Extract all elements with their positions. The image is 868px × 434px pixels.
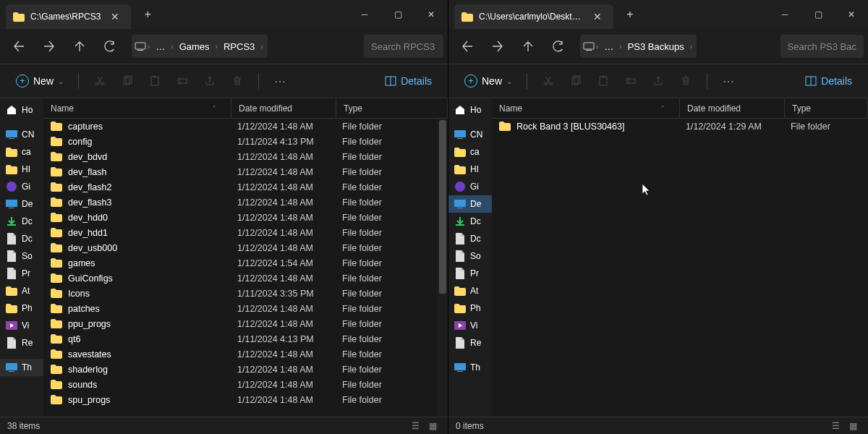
rename-button[interactable] (617, 68, 644, 94)
share-button[interactable] (196, 68, 224, 94)
column-header-type[interactable]: Type (785, 98, 868, 118)
sidebar-item[interactable]: Dc (0, 213, 43, 230)
breadcrumb-more[interactable]: … (600, 35, 618, 58)
file-row[interactable]: qt61/11/2024 4:13 PMFile folder (43, 331, 448, 346)
sidebar-item[interactable]: ca (448, 143, 492, 161)
sidebar-item[interactable]: So (0, 247, 43, 265)
file-row[interactable]: Icons1/11/2024 3:35 PMFile folder (43, 286, 448, 301)
paste-button[interactable] (590, 68, 617, 94)
column-header-date[interactable]: Date modified (680, 98, 785, 118)
sidebar-item[interactable]: ca (0, 143, 43, 161)
maximize-button[interactable]: ▢ (381, 3, 414, 26)
share-button[interactable] (644, 68, 672, 94)
search-input[interactable]: Search PS3 Bac (780, 35, 864, 58)
breadcrumb[interactable]: › … › Games › RPCS3 › (132, 35, 268, 58)
search-input[interactable]: Search RPCS3 (364, 35, 443, 58)
file-row[interactable]: dev_usb0001/12/2024 1:48 AMFile folder (43, 240, 448, 255)
minimize-button[interactable]: ─ (348, 3, 381, 26)
sidebar-item[interactable]: So (448, 247, 492, 265)
file-row[interactable]: config1/11/2024 4:13 PMFile folder (43, 134, 448, 149)
more-button[interactable]: ⋯ (715, 68, 742, 94)
delete-button[interactable] (672, 68, 699, 94)
sidebar-item[interactable]: Gi (0, 178, 43, 195)
file-row[interactable]: patches1/12/2024 1:48 AMFile folder (43, 301, 448, 316)
close-button[interactable]: ✕ (414, 3, 448, 26)
new-tab-button[interactable]: + (619, 4, 641, 25)
file-row[interactable]: dev_hdd11/12/2024 1:48 AMFile folder (43, 225, 448, 240)
sidebar-item[interactable]: Dc (448, 230, 492, 247)
tab[interactable]: C:\Users\carlmylo\Desktop\PS ✕ (454, 4, 613, 29)
file-row[interactable]: games1/12/2024 1:54 AMFile folder (43, 255, 448, 271)
sidebar-item[interactable]: Re (448, 334, 492, 352)
file-row[interactable]: dev_hdd01/12/2024 1:48 AMFile folder (43, 210, 448, 225)
file-row[interactable]: dev_flash1/12/2024 1:48 AMFile folder (43, 164, 448, 179)
new-tab-button[interactable]: + (137, 4, 158, 25)
refresh-button[interactable] (95, 33, 124, 59)
sidebar-item[interactable]: CN (0, 126, 43, 143)
sidebar-item[interactable]: Ph (448, 299, 492, 317)
delete-button[interactable] (224, 68, 251, 94)
breadcrumb-more[interactable]: … (151, 35, 169, 58)
column-header-name[interactable]: Name˄ (43, 98, 231, 118)
back-button[interactable] (4, 33, 33, 59)
copy-button[interactable] (562, 68, 590, 94)
breadcrumb-item[interactable]: RPCS3 (219, 35, 259, 58)
close-button[interactable]: ✕ (835, 3, 868, 26)
details-button[interactable]: Details (378, 72, 439, 90)
forward-button[interactable] (483, 33, 512, 59)
sidebar-item[interactable]: HI (448, 161, 492, 178)
paste-button[interactable] (141, 68, 169, 94)
tab-close-button[interactable]: ✕ (589, 11, 606, 22)
sidebar-item[interactable]: Th (448, 359, 492, 376)
sidebar-item[interactable]: Gi (448, 178, 492, 195)
scrollbar[interactable] (438, 119, 448, 417)
tab[interactable]: C:\Games\RPCS3 ✕ (6, 4, 131, 29)
new-button[interactable]: + New ⌄ (9, 72, 71, 90)
sidebar-item[interactable]: At (448, 282, 492, 299)
refresh-button[interactable] (544, 33, 573, 59)
sidebar-item[interactable]: Vi (0, 317, 43, 334)
breadcrumb-item[interactable]: Games (175, 35, 214, 58)
icons-view-button[interactable]: ▦ (845, 420, 861, 433)
file-row[interactable]: dev_flash21/12/2024 1:48 AMFile folder (43, 179, 448, 195)
details-view-button[interactable]: ☰ (827, 420, 843, 433)
up-button[interactable] (514, 33, 542, 59)
sidebar-item[interactable]: Re (0, 334, 43, 352)
file-row[interactable]: Rock Band 3 [BLUS30463]1/12/2024 1:29 AM… (492, 119, 868, 134)
file-row[interactable]: dev_flash31/12/2024 1:48 AMFile folder (43, 195, 448, 210)
sidebar-item[interactable]: CN (448, 126, 492, 143)
file-row[interactable]: spu_progs1/12/2024 1:48 AMFile folder (43, 392, 448, 407)
forward-button[interactable] (35, 33, 64, 59)
more-button[interactable]: ⋯ (266, 68, 294, 94)
breadcrumb-item[interactable]: PS3 Backups (624, 35, 689, 58)
cut-button[interactable] (86, 68, 114, 94)
sidebar-item[interactable]: Dc (0, 230, 43, 247)
sidebar-item[interactable]: Ho (448, 101, 492, 119)
file-row[interactable]: captures1/12/2024 1:48 AMFile folder (43, 119, 448, 134)
rename-button[interactable] (169, 68, 196, 94)
file-row[interactable]: dev_bdvd1/12/2024 1:48 AMFile folder (43, 149, 448, 164)
cut-button[interactable] (535, 68, 562, 94)
file-list[interactable]: Rock Band 3 [BLUS30463]1/12/2024 1:29 AM… (492, 119, 868, 417)
maximize-button[interactable]: ▢ (801, 3, 835, 26)
file-row[interactable]: GuiConfigs1/12/2024 1:48 AMFile folder (43, 271, 448, 286)
file-row[interactable]: ppu_progs1/12/2024 1:48 AMFile folder (43, 316, 448, 331)
sidebar-item[interactable]: De (0, 195, 43, 213)
column-header-name[interactable]: Name˄ (492, 98, 680, 118)
sidebar-item[interactable]: Dc (448, 213, 492, 230)
sidebar-item[interactable]: Vi (448, 317, 492, 334)
file-row[interactable]: savestates1/12/2024 1:48 AMFile folder (43, 346, 448, 362)
file-row[interactable]: sounds1/12/2024 1:48 AMFile folder (43, 377, 448, 392)
breadcrumb[interactable]: › … › PS3 Backups › (580, 35, 697, 58)
sidebar-item[interactable]: Ph (0, 299, 43, 317)
tab-close-button[interactable]: ✕ (106, 11, 124, 22)
sidebar-item[interactable]: Pr (448, 265, 492, 282)
details-view-button[interactable]: ☰ (407, 420, 423, 433)
icons-view-button[interactable]: ▦ (425, 420, 441, 433)
file-row[interactable]: shaderlog1/12/2024 1:48 AMFile folder (43, 362, 448, 377)
scroll-thumb[interactable] (439, 120, 446, 294)
copy-button[interactable] (114, 68, 141, 94)
sidebar-item[interactable]: At (0, 282, 43, 299)
up-button[interactable] (65, 33, 94, 59)
sidebar-item[interactable]: Th (0, 359, 43, 376)
